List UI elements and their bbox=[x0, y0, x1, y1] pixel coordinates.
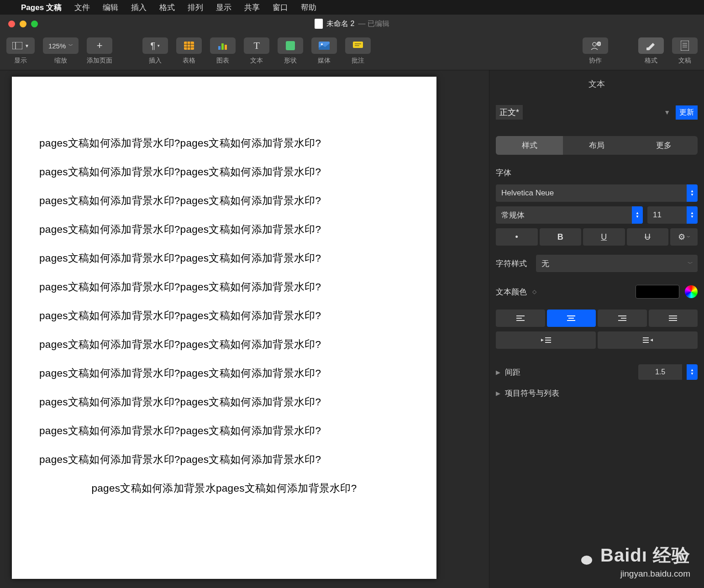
media-button[interactable] bbox=[311, 37, 337, 54]
minimize-window-button[interactable] bbox=[20, 21, 26, 27]
font-weight-value: 常规体 bbox=[501, 210, 525, 220]
tab-more[interactable]: 更多 bbox=[630, 136, 698, 155]
table-button[interactable] bbox=[176, 37, 202, 54]
document-name[interactable]: 未命名 2 bbox=[326, 19, 354, 29]
font-size-field[interactable]: 11 ▲▼ bbox=[647, 206, 698, 224]
stepper-arrows-icon: ▲▼ bbox=[632, 206, 643, 224]
stepper-arrows-icon: ▲▼ bbox=[687, 184, 698, 202]
fullscreen-window-button[interactable] bbox=[31, 21, 38, 27]
color-picker-button[interactable] bbox=[685, 285, 698, 298]
menu-window[interactable]: 窗口 bbox=[273, 2, 288, 13]
increase-indent-button[interactable] bbox=[598, 331, 698, 349]
disclosure-triangle-icon[interactable]: ▶ bbox=[496, 390, 500, 397]
menu-insert[interactable]: 插入 bbox=[131, 2, 147, 13]
font-options-button[interactable]: ⚙﹀ bbox=[670, 228, 698, 246]
svg-rect-0 bbox=[12, 42, 22, 49]
align-right-button[interactable] bbox=[598, 310, 647, 327]
font-size-value: 11 bbox=[653, 210, 662, 220]
shape-button[interactable] bbox=[278, 37, 303, 54]
decrease-indent-button[interactable] bbox=[496, 331, 596, 349]
text-color-well[interactable] bbox=[636, 285, 679, 299]
text-line[interactable]: pages文稿如何添加背景水印?pages文稿如何添加背景水印? bbox=[39, 251, 409, 265]
font-weight-select[interactable]: 常规体 ▲▼ bbox=[496, 206, 643, 224]
text-line[interactable]: pages文稿如何添加背景水印?pages文稿如何添加背景水印? bbox=[39, 280, 409, 294]
update-style-button[interactable]: 更新 bbox=[676, 105, 698, 120]
view-button[interactable]: ▼ bbox=[6, 37, 35, 54]
bold-button[interactable]: • bbox=[496, 228, 538, 246]
menu-help[interactable]: 帮助 bbox=[301, 2, 316, 13]
text-line[interactable]: pages文稿如何添加背景水印?pages文稿如何添加背景水印? bbox=[39, 424, 409, 438]
table-icon bbox=[184, 40, 194, 51]
svg-rect-2 bbox=[184, 42, 194, 50]
bold-button[interactable]: B bbox=[540, 228, 582, 246]
inspector-tabs: 样式 布局 更多 bbox=[496, 136, 698, 155]
align-left-icon bbox=[516, 315, 525, 321]
stepper-arrows-icon: ▲▼ bbox=[687, 206, 698, 224]
document-label: 文稿 bbox=[678, 57, 691, 65]
svg-rect-10 bbox=[286, 41, 295, 50]
insert-button[interactable]: ¶▼ bbox=[142, 37, 168, 54]
menu-edit[interactable]: 编辑 bbox=[103, 2, 118, 13]
text-line[interactable]: pages文稿如何添加背景水印?pages文稿如何添加背景水印? bbox=[39, 136, 409, 150]
menubar: Pages 文稿 文件 编辑 插入 格式 排列 显示 共享 窗口 帮助 bbox=[0, 0, 704, 15]
spacing-value-field[interactable]: 1.5 bbox=[638, 364, 682, 380]
shape-label: 形状 bbox=[284, 57, 297, 65]
character-style-value: 无 bbox=[541, 258, 549, 269]
underline-button[interactable]: U bbox=[583, 228, 625, 246]
add-page-button[interactable]: + bbox=[87, 37, 112, 54]
align-center-button[interactable] bbox=[547, 310, 596, 327]
chart-label: 图表 bbox=[216, 57, 229, 65]
close-window-button[interactable] bbox=[8, 21, 15, 27]
menu-arrange[interactable]: 排列 bbox=[188, 2, 203, 13]
align-left-button[interactable] bbox=[496, 310, 545, 327]
toolbar: ▼ 显示 125% ﹀ 缩放 + 添加页面 ¶▼ 插入 表格 图表 T 文本 形… bbox=[0, 33, 704, 70]
align-justify-icon bbox=[669, 315, 677, 321]
zoom-value: 125% bbox=[48, 42, 66, 50]
zoom-dropdown[interactable]: 125% ﹀ bbox=[43, 37, 79, 54]
tab-layout[interactable]: 布局 bbox=[563, 136, 630, 155]
bullets-label: 项目符号与列表 bbox=[505, 388, 559, 399]
menu-file[interactable]: 文件 bbox=[74, 2, 90, 13]
text-line[interactable]: pages文稿如何添加背景水印?pages文稿如何添加背景水印? bbox=[39, 309, 409, 323]
document-page[interactable]: pages文稿如何添加背景水印?pages文稿如何添加背景水印? pages文稿… bbox=[12, 77, 436, 579]
insert-label: 插入 bbox=[149, 57, 162, 65]
add-page-label: 添加页面 bbox=[87, 57, 112, 65]
spacing-row[interactable]: ▶ 间距 1.5 ▲▼ bbox=[489, 358, 704, 380]
text-line[interactable]: pages文稿如何添加背景水印?pages文稿如何添加背景水印? bbox=[39, 222, 409, 236]
disclosure-triangle-icon[interactable]: ▶ bbox=[496, 369, 500, 376]
stepper-icon[interactable]: ◇ bbox=[532, 289, 536, 295]
menu-format[interactable]: 格式 bbox=[159, 2, 175, 13]
character-style-select[interactable]: 无 ﹀ bbox=[536, 255, 698, 272]
text-line[interactable]: pages文稿如何添加背景水印?pages文稿如何添加背景水印? bbox=[39, 337, 409, 352]
character-style-label: 字符样式 bbox=[496, 258, 527, 269]
font-family-select[interactable]: Helvetica Neue ▲▼ bbox=[496, 184, 698, 202]
pilcrow-icon: ¶ bbox=[150, 41, 155, 51]
text-line[interactable]: pages文稿如何添加背景水印?pages文稿如何添加背景水印? bbox=[39, 395, 409, 409]
text-button[interactable]: T bbox=[244, 37, 269, 54]
collaborate-button[interactable]: + bbox=[583, 37, 608, 54]
comment-button[interactable] bbox=[345, 37, 371, 54]
document-button[interactable] bbox=[672, 37, 698, 54]
menu-view[interactable]: 显示 bbox=[216, 2, 231, 13]
outdent-icon bbox=[541, 337, 551, 343]
chart-button[interactable] bbox=[210, 37, 236, 54]
text-line[interactable]: pages文稿如何添加背景水印?pages文稿如何添加背景水印? bbox=[39, 194, 409, 208]
menu-share[interactable]: 共享 bbox=[244, 2, 260, 13]
text-line[interactable]: pages文稿如何添加背景水印?pages文稿如何添加背景水印? bbox=[39, 452, 409, 467]
document-icon bbox=[679, 40, 690, 51]
app-menu[interactable]: Pages 文稿 bbox=[21, 2, 62, 13]
spacing-stepper[interactable]: ▲▼ bbox=[687, 364, 698, 380]
document-canvas[interactable]: pages文稿如何添加背景水印?pages文稿如何添加背景水印? pages文稿… bbox=[0, 70, 489, 588]
text-line[interactable]: pages文稿如何添加背景水印?pages文稿如何添加背景水印? bbox=[39, 366, 409, 380]
format-button[interactable] bbox=[638, 37, 664, 54]
paragraph-style-row[interactable]: 正文* ▼ 更新 bbox=[489, 105, 704, 128]
svg-text:+: + bbox=[598, 42, 600, 46]
align-justify-button[interactable] bbox=[649, 310, 698, 327]
bullets-row[interactable]: ▶ 项目符号与列表 bbox=[489, 380, 704, 399]
text-line[interactable]: pages文稿如何添加背景水pages文稿如何添加背景水印? bbox=[39, 481, 409, 495]
zoom-label: 缩放 bbox=[54, 57, 67, 65]
align-center-icon bbox=[567, 315, 575, 321]
tab-style[interactable]: 样式 bbox=[496, 136, 563, 155]
text-line[interactable]: pages文稿如何添加背景水印?pages文稿如何添加背景水印? bbox=[39, 165, 409, 179]
strikethrough-button[interactable]: U bbox=[627, 228, 669, 246]
